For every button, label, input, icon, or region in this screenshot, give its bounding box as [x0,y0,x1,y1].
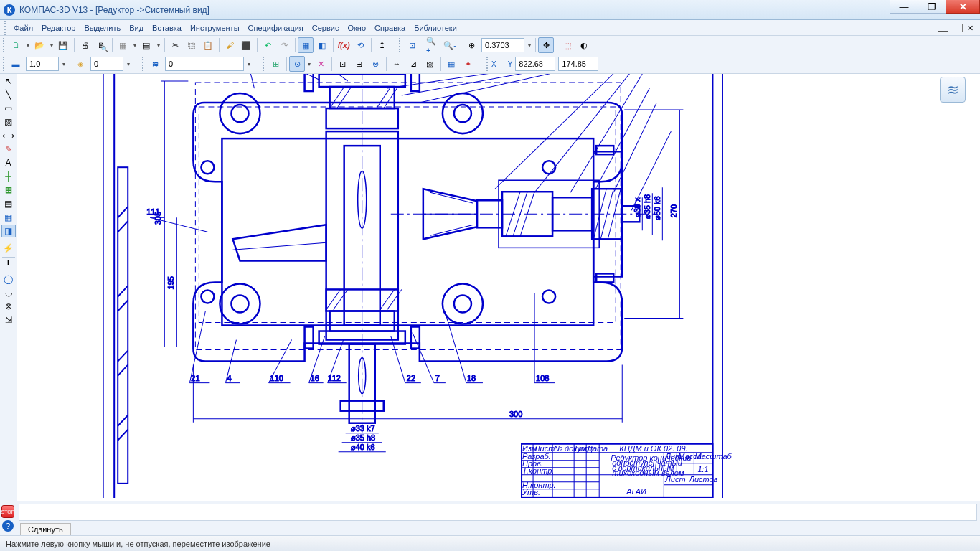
menu-select[interactable]: Выделить [80,22,125,34]
open-dropdown[interactable]: ▾ [48,37,55,53]
snap-mid-button[interactable]: ✕ [313,56,329,72]
grip[interactable] [142,57,145,71]
menu-window[interactable]: Окно [343,22,370,34]
tool-edit[interactable]: A [1,156,16,169]
snap-toggle[interactable]: ⊞ [268,56,283,72]
tool-arrow[interactable]: ⇲ [1,314,16,326]
bucket-button[interactable]: ⬛ [238,37,254,53]
state-button[interactable]: ▬ [8,56,24,72]
ucs-button[interactable]: ✦ [460,56,476,72]
snap-2-button[interactable]: ⊞ [351,56,367,72]
help-hint-button[interactable]: ? [2,520,14,532]
snap-3-button[interactable]: ⊗ [367,56,383,72]
menu-insert[interactable]: Вставка [148,22,186,34]
mdi-minimize[interactable] [938,28,948,32]
tool-macro[interactable]: ⚡ [1,242,16,255]
tool-view[interactable]: ◨ [1,225,16,237]
stop-button[interactable]: STOP [1,505,14,518]
library-panel-icon[interactable]: ≋ [940,77,966,103]
snap-1-button[interactable]: ⊡ [334,56,350,72]
maximize-button[interactable]: ❐ [918,0,946,14]
new-button[interactable]: 🗋 [8,37,24,53]
grip[interactable] [4,21,7,35]
command-input[interactable] [19,504,977,521]
canvas[interactable]: 21 4 110 16 112 22 7 18 108 111 [17,74,980,501]
menu-file[interactable]: Файл [9,22,37,34]
tool-hatch[interactable]: ▨ [1,116,16,128]
menu-service[interactable]: Сервис [308,22,344,34]
minimize-button[interactable]: — [890,0,918,14]
grip[interactable] [263,57,265,71]
tool-fragment[interactable]: ⊞ [1,184,16,197]
tool-x[interactable]: ⊗ [1,300,16,313]
tool-line[interactable]: ╲ [1,88,16,101]
mdi-restore[interactable] [953,24,963,32]
tool-select[interactable]: ↖ [1,75,16,88]
menu-view[interactable]: Вид [125,22,148,34]
grid-button[interactable]: ▦ [443,56,459,72]
zoom-fit-button[interactable]: ⊡ [404,37,420,53]
grip[interactable] [3,38,6,52]
tree-button[interactable]: ▤ [138,37,154,53]
grip[interactable] [3,57,6,71]
menu-tools[interactable]: Инструменты [186,22,244,34]
zoom-input[interactable] [481,38,524,52]
layer-icon[interactable]: ◈ [72,56,88,72]
ortho-x-button[interactable]: ↔ [389,56,405,72]
grip[interactable] [399,38,402,52]
menu-spec[interactable]: Спецификация [244,22,308,34]
save-button[interactable]: 💾 [55,37,71,53]
layer-input[interactable] [90,57,123,71]
copy-button[interactable]: ⿻ [184,37,199,53]
pan-button[interactable]: ✥ [538,37,554,53]
fx-button[interactable]: f(x) [336,37,352,53]
tool-rect[interactable]: ▭ [1,102,16,115]
zoom-in-button[interactable]: 🔍+ [425,37,441,53]
tool-dim[interactable]: ⟷ [1,129,16,142]
zoom-more-button[interactable]: ⊕ [463,37,479,53]
svg-rect-0 [103,74,722,498]
tool-break[interactable]: ╹ [1,259,16,272]
grip[interactable] [486,57,489,71]
svg-point-15 [454,105,471,122]
orbit-button[interactable]: ◐ [576,37,592,53]
rebuild-button[interactable]: ⬚ [560,37,575,53]
command-tab[interactable]: Сдвинуть [20,523,71,535]
menu-help[interactable]: Справка [370,22,410,34]
menu-editor[interactable]: Редактор [37,22,80,34]
tool-arc[interactable]: ◡ [1,286,16,299]
zoom-out-button[interactable]: 🔍- [442,37,458,53]
tool-spec[interactable]: ▤ [1,197,16,210]
properties-button[interactable]: ▦ [115,37,131,53]
ortho-y-button[interactable]: ⊿ [405,56,421,72]
ortho-z-button[interactable]: ▨ [422,56,438,72]
mdi-close[interactable]: ✕ [967,24,977,32]
tool-table[interactable]: ▦ [1,211,16,224]
redo-button[interactable]: ↷ [276,37,292,53]
linewidth-input[interactable] [26,57,59,71]
cut-button[interactable]: ✂ [167,37,183,53]
preview-button[interactable]: 🗎🔍 [93,37,109,53]
arrow-up-button[interactable]: ↥ [374,37,390,53]
coord-x-input[interactable] [515,57,555,71]
coord-y-input[interactable] [558,57,598,71]
tool-circle[interactable]: ◯ [1,273,16,286]
paste-button[interactable]: 📋 [200,37,216,53]
svg-point-21 [201,290,214,303]
menu-libraries[interactable]: Библиотеки [410,22,461,34]
brush-button[interactable]: 🖌 [222,37,237,53]
new-dropdown[interactable]: ▾ [24,37,32,53]
close-button[interactable]: ✕ [946,0,980,14]
undo-button[interactable]: ↶ [260,37,275,53]
linestyle-icon[interactable]: ≋ [147,56,163,72]
tool-axis[interactable]: ┼ [1,170,16,183]
print-button[interactable]: 🖨 [77,37,93,53]
linestyle-input[interactable] [165,57,244,71]
zoom-dropdown[interactable]: ▾ [526,37,533,53]
lib-button-2[interactable]: ◧ [314,37,330,53]
lib-button-1[interactable]: ▦ [298,37,314,53]
snap-end-button[interactable]: ⊙ [289,56,305,72]
refresh-button[interactable]: ⟲ [352,37,368,53]
open-button[interactable]: 📂 [32,37,47,53]
tool-text[interactable]: ✎ [1,143,16,156]
